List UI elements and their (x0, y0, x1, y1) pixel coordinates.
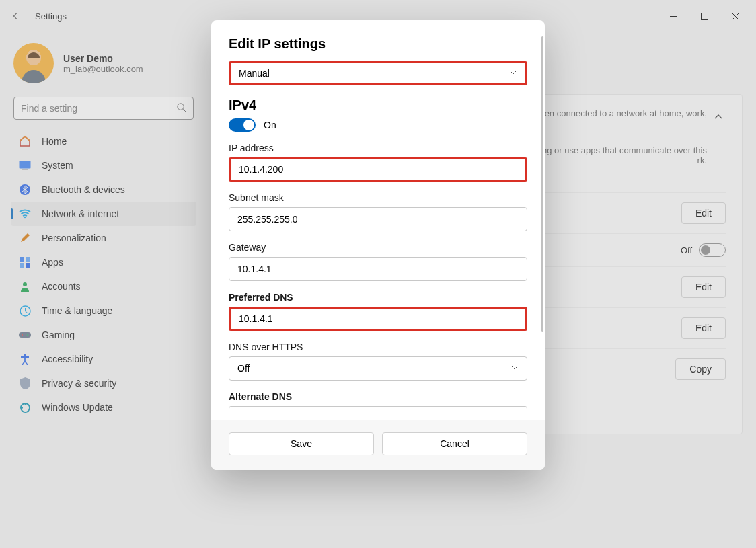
edit-ip-dialog: Edit IP settings Manual IPv4 On IP addre… (211, 20, 545, 470)
dialog-title: Edit IP settings (229, 36, 527, 52)
ip-address-input[interactable] (229, 157, 527, 182)
cancel-button[interactable]: Cancel (382, 432, 527, 455)
doh-value: Off (237, 363, 250, 374)
scrollbar[interactable] (541, 36, 543, 332)
chevron-down-icon (509, 68, 517, 79)
subnet-label: Subnet mask (229, 192, 527, 203)
ipv4-toggle-label: On (264, 120, 276, 130)
ipv4-heading: IPv4 (229, 97, 527, 113)
gateway-label: Gateway (229, 242, 527, 253)
ip-address-label: IP address (229, 143, 527, 153)
preferred-dns-input[interactable] (229, 307, 527, 331)
subnet-input[interactable] (229, 207, 527, 231)
gateway-input[interactable] (229, 257, 527, 281)
alternate-dns-input[interactable] (229, 406, 527, 413)
save-button[interactable]: Save (229, 432, 374, 455)
ip-mode-select[interactable]: Manual (229, 61, 527, 85)
doh-select[interactable]: Off (229, 356, 527, 381)
ip-mode-value: Manual (239, 68, 270, 79)
pdns-label: Preferred DNS (229, 292, 527, 303)
adns-label: Alternate DNS (229, 391, 527, 402)
doh-label: DNS over HTTPS (229, 342, 527, 352)
ipv4-toggle[interactable] (229, 118, 256, 132)
chevron-down-icon (511, 363, 519, 374)
